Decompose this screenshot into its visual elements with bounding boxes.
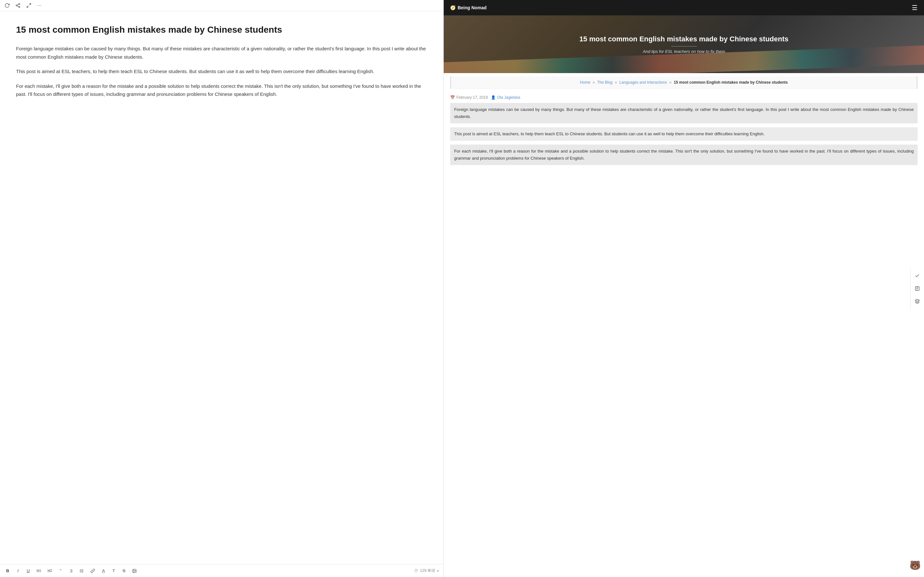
editor-title[interactable]: 15 most common English mistakes made by …	[16, 24, 427, 35]
svg-point-13	[80, 569, 81, 570]
svg-point-15	[80, 572, 81, 572]
hero-title: 15 most common English mistakes made by …	[580, 35, 788, 44]
strikethrough-button[interactable]: S	[121, 568, 127, 574]
content-block-1: Foreign language mistakes can be caused …	[450, 103, 918, 123]
unordered-list-button[interactable]	[78, 568, 86, 574]
post-date: 📅 February 17, 2019	[450, 95, 488, 100]
breadcrumb-sep-3: »	[669, 80, 672, 85]
breadcrumb-sep-2: »	[615, 80, 618, 85]
breadcrumb-current: 15 most common English mistakes made by …	[674, 80, 788, 85]
post-author: 👤 Ola Jagielska	[491, 95, 520, 100]
content-block-3: For each mistake, I'll give both a reaso…	[450, 145, 918, 165]
editor-paragraph-3[interactable]: For each mistake, I'll give both a reaso…	[16, 82, 427, 98]
hero-divider	[671, 46, 697, 47]
hero-subtitle: And tips for ESL teachers on how to fix …	[580, 49, 788, 54]
svg-point-2	[19, 6, 20, 8]
svg-line-6	[27, 6, 29, 7]
svg-line-5	[29, 3, 31, 5]
check-icon[interactable]	[913, 271, 922, 280]
word-count-label: 129 单词	[420, 568, 435, 574]
author-link[interactable]: Ola Jagielska	[497, 95, 520, 100]
logo-icon: 🧭	[450, 5, 456, 10]
breadcrumb-home[interactable]: Home	[580, 80, 590, 85]
calendar-icon: 📅	[450, 95, 455, 100]
ordered-list-button[interactable]	[67, 568, 74, 574]
content-block-2: This post is aimed at ESL teachers, to h…	[450, 127, 918, 141]
expand-icon[interactable]	[26, 3, 31, 8]
website-navbar: 🧭 Being Nomad ☰	[444, 0, 924, 15]
svg-line-4	[17, 4, 19, 5]
dropdown-arrow[interactable]: ▾	[437, 569, 439, 573]
site-logo: 🧭 Being Nomad	[450, 5, 486, 10]
side-toolbar	[910, 268, 924, 309]
website-body[interactable]: Home » The Blog » Languages and Interact…	[444, 73, 924, 577]
breadcrumb-blog[interactable]: The Blog	[597, 80, 612, 85]
breadcrumb-sep-1: »	[593, 80, 596, 85]
emoji-avatar: 🐻	[909, 560, 921, 571]
underline-button[interactable]: U	[25, 568, 31, 574]
hero-text-block: 15 most common English mistakes made by …	[580, 35, 788, 54]
layers-icon[interactable]	[913, 297, 922, 306]
bold-button[interactable]: B	[5, 568, 11, 574]
post-meta: 📅 February 17, 2019 👤 Ola Jagielska	[444, 92, 924, 103]
editor-panel: ··· 15 most common English mistakes made…	[0, 0, 443, 577]
svg-point-14	[80, 571, 81, 571]
quote-button[interactable]: "	[57, 568, 63, 574]
italic-button[interactable]: I	[15, 568, 21, 574]
breadcrumb-category[interactable]: Languages and Interactions	[620, 80, 667, 85]
h1-button[interactable]: H1	[35, 568, 42, 574]
author-icon: 👤	[491, 95, 496, 100]
hero-banner: 15 most common English mistakes made by …	[444, 15, 924, 73]
editor-content-area[interactable]: 15 most common English mistakes made by …	[0, 11, 443, 564]
date-text: February 17, 2019	[456, 95, 488, 100]
logo-text: Being Nomad	[457, 5, 486, 10]
share-icon[interactable]	[15, 3, 21, 8]
h2-button[interactable]: H2	[46, 568, 53, 574]
website-preview-panel: 🧭 Being Nomad ☰ 15 most common English m…	[443, 0, 924, 577]
hamburger-menu[interactable]: ☰	[912, 4, 918, 11]
editor-paragraph-2[interactable]: This post is aimed at ESL teachers, to h…	[16, 67, 427, 76]
svg-line-3	[17, 6, 19, 7]
svg-point-1	[16, 5, 17, 6]
refresh-icon[interactable]	[5, 3, 10, 8]
svg-marker-22	[915, 299, 919, 301]
word-count: ⏱ 129 单词 ▾	[414, 568, 439, 574]
text-style-button[interactable]: T	[110, 568, 117, 574]
breadcrumb: Home » The Blog » Languages and Interact…	[450, 76, 918, 89]
link-button[interactable]	[89, 568, 96, 574]
editor-toolbar-bottom: B I U H1 H2 " A T S ⏱ 129 单词 ▾	[0, 564, 443, 577]
editor-toolbar-top: ···	[0, 0, 443, 11]
svg-point-0	[19, 3, 20, 5]
svg-point-17	[134, 570, 134, 571]
formula-icon[interactable]	[913, 284, 922, 293]
image-button[interactable]	[131, 568, 138, 574]
editor-paragraph-1[interactable]: Foreign language mistakes can be caused …	[16, 45, 427, 61]
more-icon[interactable]: ···	[37, 3, 41, 8]
clock-icon: ⏱	[414, 569, 418, 573]
text-color-button[interactable]: A	[100, 568, 107, 574]
